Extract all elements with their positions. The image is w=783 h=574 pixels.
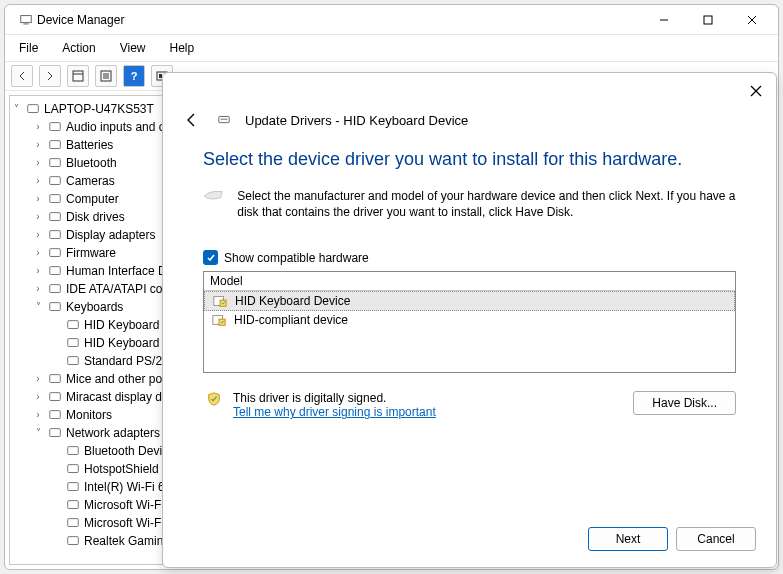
show-compatible-label: Show compatible hardware bbox=[224, 251, 369, 265]
model-list-header: Model bbox=[204, 272, 735, 291]
disk-icon bbox=[47, 209, 63, 225]
ide-icon bbox=[47, 281, 63, 297]
toolbar-properties-button[interactable] bbox=[67, 65, 89, 87]
expand-toggle[interactable]: › bbox=[32, 262, 44, 280]
expand-toggle[interactable]: › bbox=[32, 154, 44, 172]
tree-root-label: LAPTOP-U47KS53T bbox=[44, 100, 154, 118]
svg-rect-6 bbox=[73, 71, 83, 81]
show-compatible-checkbox[interactable] bbox=[203, 250, 218, 265]
svg-rect-38 bbox=[68, 537, 79, 545]
expand-toggle[interactable]: ˅ bbox=[32, 424, 44, 442]
close-button[interactable] bbox=[730, 5, 774, 35]
model-row-label: HID Keyboard Device bbox=[235, 294, 350, 308]
dialog-close-button[interactable] bbox=[736, 73, 776, 109]
expand-toggle[interactable]: › bbox=[32, 406, 44, 424]
svg-rect-35 bbox=[68, 483, 79, 491]
model-list[interactable]: Model HID Keyboard DeviceHID-compliant d… bbox=[203, 271, 736, 373]
toolbar-forward-button[interactable] bbox=[39, 65, 61, 87]
expand-toggle[interactable]: ˅ bbox=[32, 298, 44, 316]
svg-rect-0 bbox=[21, 15, 32, 22]
minimize-button[interactable] bbox=[642, 5, 686, 35]
tree-node-label: Batteries bbox=[66, 136, 113, 154]
svg-rect-29 bbox=[50, 375, 61, 383]
expand-toggle[interactable]: › bbox=[32, 280, 44, 298]
keyboard-icon bbox=[65, 335, 81, 351]
signed-shield-icon bbox=[206, 391, 222, 407]
camera-icon bbox=[47, 173, 63, 189]
dialog-back-button[interactable] bbox=[181, 109, 203, 131]
svg-rect-19 bbox=[50, 195, 61, 203]
net-icon bbox=[65, 533, 81, 549]
expand-toggle[interactable]: › bbox=[32, 190, 44, 208]
mouse-icon bbox=[47, 371, 63, 387]
driver-signed-icon bbox=[211, 312, 227, 328]
expand-toggle[interactable]: › bbox=[32, 226, 44, 244]
svg-rect-3 bbox=[704, 16, 712, 24]
svg-rect-20 bbox=[50, 213, 61, 221]
toolbar-back-button[interactable] bbox=[11, 65, 33, 87]
monitor-icon bbox=[47, 407, 63, 423]
svg-rect-1 bbox=[23, 23, 28, 24]
svg-rect-33 bbox=[68, 447, 79, 455]
expand-toggle[interactable]: › bbox=[32, 118, 44, 136]
cancel-button[interactable]: Cancel bbox=[676, 527, 756, 551]
menu-action[interactable]: Action bbox=[58, 39, 99, 57]
dialog-title: Update Drivers - HID Keyboard Device bbox=[245, 113, 468, 128]
computer-icon bbox=[25, 101, 41, 117]
signing-info-link[interactable]: Tell me why driver signing is important bbox=[233, 405, 436, 419]
tree-node-label: Bluetooth bbox=[66, 154, 117, 172]
signed-text: This driver is digitally signed. bbox=[233, 391, 625, 405]
svg-rect-21 bbox=[50, 231, 61, 239]
menu-file[interactable]: File bbox=[15, 39, 42, 57]
expand-toggle[interactable]: › bbox=[32, 370, 44, 388]
toolbar-button[interactable] bbox=[95, 65, 117, 87]
expand-toggle[interactable]: › bbox=[32, 172, 44, 190]
expand-toggle[interactable]: › bbox=[32, 388, 44, 406]
titlebar: Device Manager bbox=[5, 5, 778, 35]
tree-node-label: Display adapters bbox=[66, 226, 155, 244]
maximize-button[interactable] bbox=[686, 5, 730, 35]
svg-rect-24 bbox=[50, 285, 61, 293]
update-drivers-dialog: Update Drivers - HID Keyboard Device Sel… bbox=[162, 72, 777, 568]
svg-rect-31 bbox=[50, 411, 61, 419]
hardware-icon bbox=[203, 188, 223, 212]
keyboard-icon bbox=[47, 299, 63, 315]
tree-node-label: Computer bbox=[66, 190, 119, 208]
dialog-header: Update Drivers - HID Keyboard Device bbox=[163, 109, 776, 139]
tree-node-label: Cameras bbox=[66, 172, 115, 190]
svg-rect-46 bbox=[219, 320, 225, 326]
net-icon bbox=[65, 443, 81, 459]
chip-icon bbox=[47, 245, 63, 261]
device-icon bbox=[216, 112, 232, 128]
svg-rect-17 bbox=[50, 159, 61, 167]
model-row[interactable]: HID-compliant device bbox=[204, 311, 735, 329]
expand-toggle[interactable]: ˅ bbox=[10, 100, 22, 118]
menu-view[interactable]: View bbox=[116, 39, 150, 57]
svg-rect-28 bbox=[68, 357, 79, 365]
svg-rect-23 bbox=[50, 267, 61, 275]
net-icon bbox=[47, 425, 63, 441]
net-icon bbox=[65, 461, 81, 477]
display-icon bbox=[47, 389, 63, 405]
model-row[interactable]: HID Keyboard Device bbox=[204, 291, 735, 311]
bluetooth-icon bbox=[47, 155, 63, 171]
toolbar-help-button[interactable]: ? bbox=[123, 65, 145, 87]
expand-toggle[interactable]: › bbox=[32, 208, 44, 226]
have-disk-button[interactable]: Have Disk... bbox=[633, 391, 736, 415]
tree-node-label: Network adapters bbox=[66, 424, 160, 442]
computer-icon bbox=[47, 191, 63, 207]
svg-rect-37 bbox=[68, 519, 79, 527]
next-button[interactable]: Next bbox=[588, 527, 668, 551]
svg-rect-16 bbox=[50, 141, 61, 149]
keyboard-icon bbox=[65, 317, 81, 333]
svg-rect-15 bbox=[50, 123, 61, 131]
svg-rect-22 bbox=[50, 249, 61, 257]
svg-rect-27 bbox=[68, 339, 79, 347]
dialog-instructions-row: Select the manufacturer and model of you… bbox=[203, 188, 736, 220]
menu-help[interactable]: Help bbox=[166, 39, 199, 57]
tree-node-label: Monitors bbox=[66, 406, 112, 424]
expand-toggle[interactable]: › bbox=[32, 136, 44, 154]
menubar: File Action View Help bbox=[5, 35, 778, 62]
expand-toggle[interactable]: › bbox=[32, 244, 44, 262]
dialog-instructions: Select the manufacturer and model of you… bbox=[237, 188, 736, 220]
